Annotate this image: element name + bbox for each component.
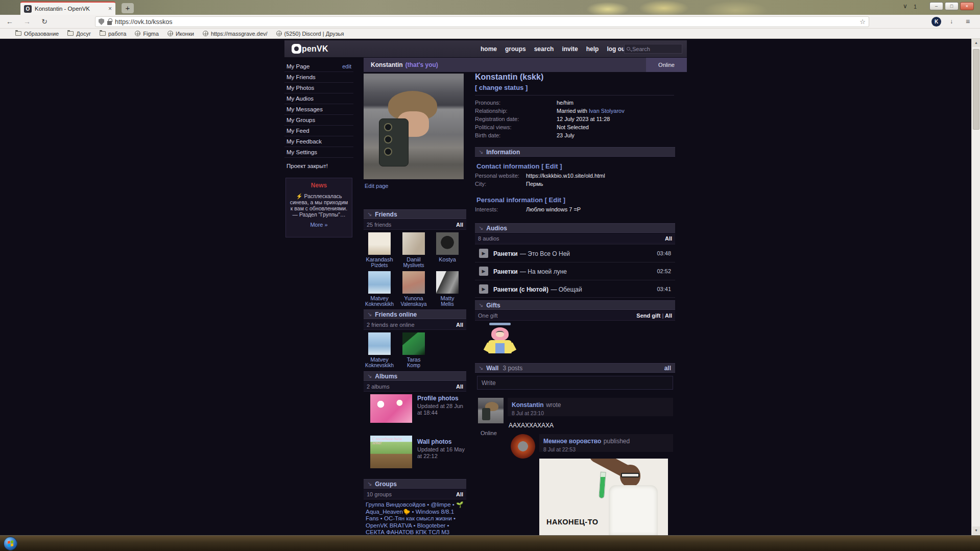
friend-tile[interactable]: MatveyKoknevskikh [365,271,394,307]
bookmark-item[interactable]: Figma [135,31,159,37]
post-author-avatar[interactable] [478,398,504,423]
contact-edit-link[interactable]: [ Edit ] [541,162,562,170]
tab-close-icon[interactable]: × [108,5,112,12]
friend-tile[interactable]: YunonaValenskaya [399,271,428,307]
window-close-button[interactable]: × [960,2,974,10]
album-thumbnail[interactable] [370,394,412,423]
news-more-link[interactable]: More » [286,222,352,228]
lock-icon[interactable] [107,21,112,25]
friend-avatar[interactable] [436,271,459,294]
nav-search[interactable]: search [534,45,554,53]
friend-tile[interactable]: MatveyKoknevskikh [365,332,394,368]
friend-avatar[interactable] [402,332,425,355]
wall-all-link[interactable]: all [664,365,671,372]
list-tabs-chevron-icon[interactable]: ∨ [903,3,907,10]
window-maximize-button[interactable]: □ [945,2,959,10]
browser-account-button[interactable]: K [931,17,941,27]
nav-home[interactable]: home [481,45,497,53]
send-gift-link[interactable]: Send gift [636,313,660,319]
repost-meme-image[interactable]: НАКОНЕЦ-ТО [539,459,668,535]
openvk-logo-text[interactable]: penVK [302,44,328,54]
bookmark-item[interactable]: https://massgrave.dev/ [203,31,268,37]
audio-track-row[interactable]: ▶ Ранетки — Это Все О Ней 03:48 [475,244,675,262]
groups-all-link[interactable]: All [456,491,463,497]
gifts-all-link[interactable]: All [665,313,672,319]
new-tab-button[interactable]: + [122,3,134,13]
friends-online-all-link[interactable]: All [456,322,463,328]
friend-avatar[interactable] [368,332,391,355]
bookmark-folder[interactable]: Досуг [67,31,91,37]
browser-tab[interactable]: O Konstantin - OpenVK × [20,2,115,15]
page-scrollbar[interactable]: ▲ ▼ [971,39,980,535]
header-search-input[interactable] [632,46,676,52]
friend-tile[interactable]: DaniilMyslivets [399,232,428,268]
scrollbar-thumb[interactable] [973,49,979,130]
personal-website-link[interactable]: https://kskkbio.w10.site/old.html [526,173,605,179]
friend-avatar[interactable] [368,271,391,294]
sidebar-item-my-friends[interactable]: My Friends [284,72,353,83]
play-icon[interactable]: ▶ [479,249,488,258]
header-search-box[interactable] [624,44,682,54]
audios-all-link[interactable]: All [665,235,672,242]
repost-group-link[interactable]: Мемное воровство [543,438,601,445]
personal-edit-link[interactable]: [ Edit ] [545,196,565,204]
sidebar-item-my-feed[interactable]: My Feed [284,126,353,136]
scroll-down-icon[interactable]: ▼ [972,526,980,535]
relationship-link[interactable]: Ivan Stolyarov [589,108,625,114]
friend-avatar[interactable] [368,232,391,255]
nav-invite[interactable]: invite [562,45,578,53]
sidebar-item-my-feedback[interactable]: My Feedback [284,136,353,147]
scroll-up-icon[interactable]: ▲ [972,39,980,47]
gift-image[interactable] [485,323,515,361]
sidebar-edit-link[interactable]: edit [342,61,351,71]
nav-groups[interactable]: groups [505,45,526,53]
wall-write-input[interactable] [477,376,673,390]
friend-avatar[interactable] [436,232,459,255]
window-minimize-button[interactable]: – [929,2,943,10]
sidebar-item-my-messages[interactable]: My Messages [284,104,353,115]
back-icon[interactable]: ← [4,16,15,27]
menu-icon[interactable]: ≡ [962,16,973,27]
sidebar-item-my-page[interactable]: My Pageedit [284,61,353,72]
sidebar-item-my-groups[interactable]: My Groups [284,115,353,126]
change-status-link[interactable]: [ change status ] [475,84,528,91]
friend-avatar[interactable] [402,271,425,294]
bookmark-item[interactable]: Иконки [168,31,194,37]
post-date[interactable]: 8 Jul at 23:10 [512,410,669,416]
repost-date[interactable]: 8 Jul at 22:53 [543,446,669,452]
albums-all-link[interactable]: All [456,384,463,390]
sidebar-item-my-photos[interactable]: My Photos [284,83,353,93]
nav-help[interactable]: help [586,45,599,53]
play-icon[interactable]: ▶ [479,284,488,294]
sidebar-item-my-settings[interactable]: My Settings [284,147,353,158]
repost-group-avatar[interactable] [511,434,535,459]
url-bar[interactable]: ☆ [95,16,869,27]
friend-tile[interactable]: TarasKomp [399,332,428,368]
friend-tile[interactable]: Kostya [433,232,462,262]
play-icon[interactable]: ▶ [479,267,488,276]
bookmark-item[interactable]: (5250) Discord | Друзья [276,31,344,37]
friend-avatar[interactable] [402,232,425,255]
sidebar-item-project-closed[interactable]: Проект закрыт! [284,161,353,172]
friend-tile[interactable]: KarandashPizdets [365,232,394,268]
bookmark-folder[interactable]: работа [100,31,126,37]
friend-tile[interactable]: MattyMellis [433,271,462,307]
groups-list[interactable]: Группа Виндовсойдов • @limpe • 🌱Aqua_Hea… [366,501,464,535]
audio-track-row[interactable]: ▶ Ранетки (с Нютой) — Обещай 03:41 [475,280,675,298]
album-title[interactable]: Profile photos [417,395,466,402]
city-link[interactable]: Пермь [526,181,543,187]
post-author-link[interactable]: Konstantin [512,401,544,409]
bookmark-folder[interactable]: Образование [15,31,59,37]
reload-icon[interactable]: ↻ [39,16,50,27]
sidebar-item-my-audios[interactable]: My Audios [284,93,353,104]
profile-photo[interactable] [364,74,464,179]
openvk-logo-icon[interactable] [292,44,301,54]
friends-all-link[interactable]: All [456,222,463,228]
bookmark-star-icon[interactable]: ☆ [859,18,866,26]
album-title[interactable]: Wall photos [417,438,466,445]
tracking-shield-icon[interactable] [99,18,104,25]
edit-page-link[interactable]: Edit page [365,183,388,189]
audio-track-row[interactable]: ▶ Ранетки — На моей луне 02:52 [475,262,675,280]
forward-icon[interactable]: → [21,16,33,27]
url-input[interactable] [115,18,856,26]
